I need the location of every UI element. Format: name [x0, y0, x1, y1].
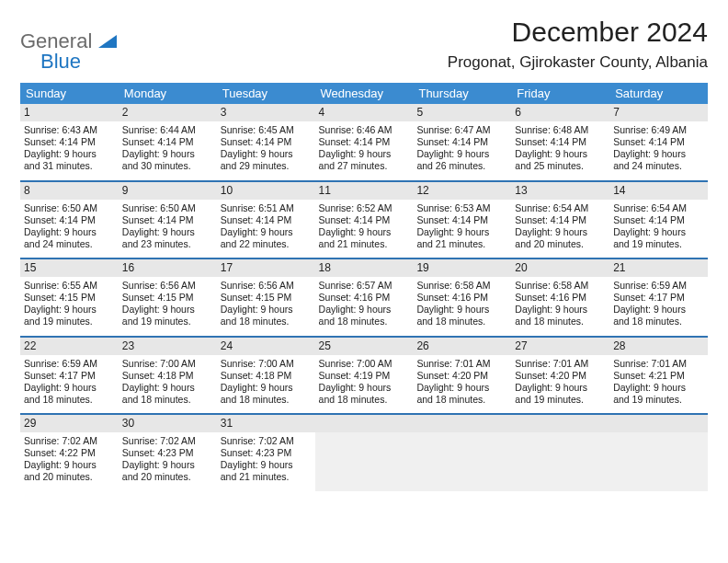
day-cell: 29Sunrise: 7:02 AMSunset: 4:22 PMDayligh…: [20, 415, 119, 491]
day-cell: 27Sunrise: 7:01 AMSunset: 4:20 PMDayligh…: [511, 338, 609, 414]
day-sr: Sunrise: 6:55 AM: [24, 280, 115, 292]
day-d1: Daylight: 9 hours: [613, 148, 704, 160]
week-row: 15Sunrise: 6:55 AMSunset: 4:15 PMDayligh…: [20, 259, 708, 338]
day-ss: Sunset: 4:20 PM: [515, 370, 606, 382]
day-ss: Sunset: 4:16 PM: [515, 292, 606, 304]
day-ss: Sunset: 4:14 PM: [24, 214, 115, 226]
day-body: Sunrise: 7:00 AMSunset: 4:18 PMDaylight:…: [119, 355, 217, 414]
day-number: 31: [217, 415, 315, 432]
day-sr: Sunrise: 6:44 AM: [122, 124, 213, 136]
day-number: 29: [20, 415, 119, 432]
day-body: Sunrise: 6:59 AMSunset: 4:17 PMDaylight:…: [20, 355, 119, 414]
day-d2: and 19 minutes.: [122, 316, 213, 327]
day-sr: Sunrise: 7:01 AM: [613, 358, 704, 370]
day-ss: Sunset: 4:16 PM: [319, 292, 410, 304]
day-ss: Sunset: 4:18 PM: [122, 370, 213, 382]
day-sr: Sunrise: 6:57 AM: [319, 280, 410, 292]
day-ss: Sunset: 4:14 PM: [515, 136, 606, 148]
day-number: 2: [119, 104, 217, 121]
day-cell: 18Sunrise: 6:57 AMSunset: 4:16 PMDayligh…: [315, 259, 414, 336]
day-body: Sunrise: 7:02 AMSunset: 4:23 PMDaylight:…: [217, 432, 315, 491]
day-ss: Sunset: 4:14 PM: [319, 136, 410, 148]
svg-marker-0: [98, 35, 117, 48]
day-ss: Sunset: 4:23 PM: [122, 447, 213, 459]
day-d2: and 21 minutes.: [416, 238, 507, 250]
day-sr: Sunrise: 6:43 AM: [24, 124, 115, 136]
day-d1: Daylight: 9 hours: [24, 304, 115, 316]
day-d1: Daylight: 9 hours: [221, 148, 312, 160]
day-d2: and 20 minutes.: [515, 238, 606, 250]
day-sr: Sunrise: 6:54 AM: [515, 202, 606, 214]
day-d2: and 25 minutes.: [515, 160, 606, 172]
day-d1: Daylight: 9 hours: [515, 226, 606, 238]
day-d1: Daylight: 9 hours: [122, 148, 213, 160]
calendar-grid: Sunday Monday Tuesday Wednesday Thursday…: [20, 83, 708, 491]
day-d1: Daylight: 9 hours: [515, 148, 606, 160]
day-ss: Sunset: 4:14 PM: [416, 214, 507, 226]
day-body: Sunrise: 6:59 AMSunset: 4:17 PMDaylight:…: [609, 277, 708, 336]
day-d1: Daylight: 9 hours: [515, 382, 606, 394]
dow-wednesday: Wednesday: [315, 83, 414, 104]
day-d2: and 24 minutes.: [613, 160, 704, 172]
day-ss: Sunset: 4:16 PM: [416, 292, 507, 304]
day-sr: Sunrise: 6:50 AM: [24, 202, 115, 214]
day-body: Sunrise: 7:01 AMSunset: 4:21 PMDaylight:…: [609, 355, 708, 414]
day-number: 17: [217, 259, 315, 277]
dow-header-row: Sunday Monday Tuesday Wednesday Thursday…: [20, 83, 708, 104]
day-body: Sunrise: 6:44 AMSunset: 4:14 PMDaylight:…: [119, 121, 217, 180]
day-d1: Daylight: 9 hours: [221, 226, 312, 238]
location-text: Progonat, Gjirokaster County, Albania: [448, 53, 708, 72]
day-sr: Sunrise: 7:00 AM: [122, 358, 213, 370]
day-cell: [511, 415, 609, 491]
day-body: Sunrise: 6:50 AMSunset: 4:14 PMDaylight:…: [119, 200, 217, 259]
day-d1: Daylight: 9 hours: [613, 304, 704, 316]
day-d1: Daylight: 9 hours: [515, 304, 606, 316]
day-cell: 1Sunrise: 6:43 AMSunset: 4:14 PMDaylight…: [20, 104, 119, 180]
day-cell: 8Sunrise: 6:50 AMSunset: 4:14 PMDaylight…: [20, 182, 119, 259]
day-sr: Sunrise: 6:59 AM: [613, 280, 704, 292]
day-cell: 15Sunrise: 6:55 AMSunset: 4:15 PMDayligh…: [20, 259, 119, 336]
day-d2: and 18 minutes.: [319, 316, 410, 327]
day-sr: Sunrise: 6:51 AM: [221, 202, 312, 214]
week-row: 8Sunrise: 6:50 AMSunset: 4:14 PMDaylight…: [20, 182, 708, 260]
day-d1: Daylight: 9 hours: [221, 382, 312, 394]
day-sr: Sunrise: 6:56 AM: [221, 280, 312, 292]
day-cell: 24Sunrise: 7:00 AMSunset: 4:18 PMDayligh…: [217, 338, 315, 414]
day-number: 26: [413, 338, 511, 355]
day-body: Sunrise: 6:57 AMSunset: 4:16 PMDaylight:…: [315, 277, 414, 336]
day-empty-bar: [511, 415, 609, 432]
day-number: 4: [315, 104, 414, 121]
day-cell: 14Sunrise: 6:54 AMSunset: 4:14 PMDayligh…: [609, 182, 708, 259]
day-d1: Daylight: 9 hours: [416, 148, 507, 160]
day-number: 16: [119, 259, 217, 277]
dow-sunday: Sunday: [20, 83, 119, 104]
day-d2: and 18 minutes.: [416, 316, 507, 327]
day-number: 28: [609, 338, 708, 355]
day-number: 6: [511, 104, 609, 121]
day-sr: Sunrise: 6:52 AM: [319, 202, 410, 214]
day-number: 14: [609, 182, 708, 200]
day-cell: 28Sunrise: 7:01 AMSunset: 4:21 PMDayligh…: [609, 338, 708, 414]
day-d1: Daylight: 9 hours: [416, 226, 507, 238]
day-number: 27: [511, 338, 609, 355]
day-cell: 26Sunrise: 7:01 AMSunset: 4:20 PMDayligh…: [413, 338, 511, 414]
page-title: December 2024: [448, 17, 708, 48]
day-d1: Daylight: 9 hours: [416, 304, 507, 316]
day-ss: Sunset: 4:14 PM: [613, 214, 704, 226]
day-number: 18: [315, 259, 414, 277]
day-cell: 16Sunrise: 6:56 AMSunset: 4:15 PMDayligh…: [119, 259, 217, 336]
day-body: Sunrise: 6:56 AMSunset: 4:15 PMDaylight:…: [217, 277, 315, 336]
day-ss: Sunset: 4:15 PM: [122, 292, 213, 304]
day-number: 21: [609, 259, 708, 277]
brand-logo: General Blue: [20, 29, 117, 74]
day-body: Sunrise: 6:52 AMSunset: 4:14 PMDaylight:…: [315, 200, 414, 259]
day-d2: and 27 minutes.: [319, 160, 410, 172]
day-number: 9: [119, 182, 217, 200]
day-ss: Sunset: 4:23 PM: [221, 447, 312, 459]
day-cell: 4Sunrise: 6:46 AMSunset: 4:14 PMDaylight…: [315, 104, 414, 180]
day-number: 7: [609, 104, 708, 121]
day-d2: and 18 minutes.: [319, 394, 410, 406]
day-cell: 6Sunrise: 6:48 AMSunset: 4:14 PMDaylight…: [511, 104, 609, 180]
day-d1: Daylight: 9 hours: [319, 304, 410, 316]
day-number: 25: [315, 338, 414, 355]
